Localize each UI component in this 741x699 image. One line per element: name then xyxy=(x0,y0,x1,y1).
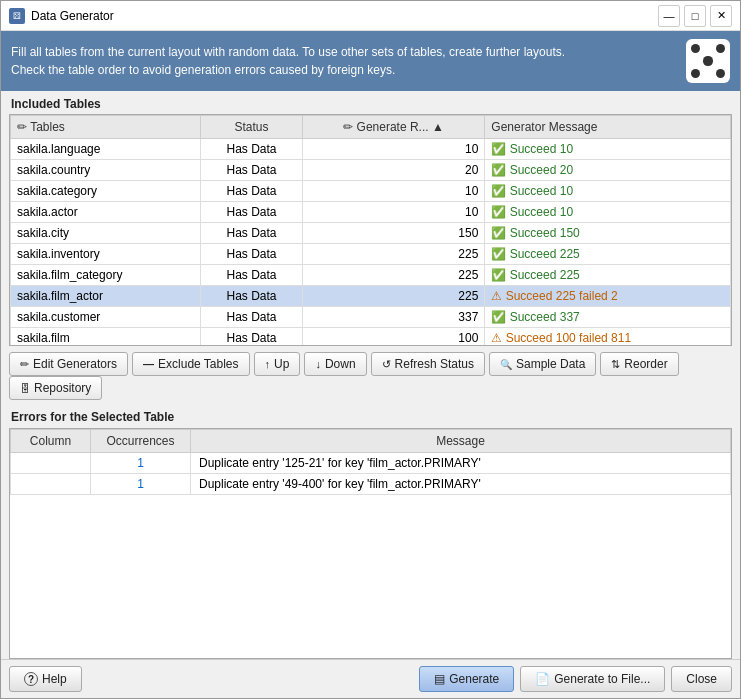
err-occurrences: 1 xyxy=(91,453,191,474)
row-status: Has Data xyxy=(201,181,302,202)
row-message: ⚠ Succeed 225 failed 2 xyxy=(485,286,731,307)
close-button[interactable]: Close xyxy=(671,666,732,692)
row-status: Has Data xyxy=(201,160,302,181)
generate-to-file-button[interactable]: 📄 Generate to File... xyxy=(520,666,665,692)
down-icon xyxy=(315,358,321,370)
info-line1: Fill all tables from the current layout … xyxy=(11,43,686,61)
err-message: Duplicate entry '125-21' for key 'film_a… xyxy=(191,453,731,474)
err-col-occurrences: Occurrences xyxy=(91,430,191,453)
row-name: sakila.inventory xyxy=(11,244,201,265)
table-row[interactable]: sakila.film_category Has Data 225 ✅ Succ… xyxy=(11,265,731,286)
col-tables: ✏ Tables xyxy=(11,116,201,139)
title-bar-text: Data Generator xyxy=(31,9,658,23)
row-rows: 100 xyxy=(302,328,485,346)
minimize-button[interactable]: — xyxy=(658,5,680,27)
exclude-tables-button[interactable]: Exclude Tables xyxy=(132,352,250,376)
table-row[interactable]: sakila.actor Has Data 10 ✅ Succeed 10 xyxy=(11,202,731,223)
table-row[interactable]: sakila.film_actor Has Data 225 ⚠ Succeed… xyxy=(11,286,731,307)
up-icon xyxy=(265,358,271,370)
table-row[interactable]: sakila.language Has Data 10 ✅ Succeed 10 xyxy=(11,139,731,160)
row-message: ✅ Succeed 10 xyxy=(485,139,731,160)
error-row: 1 Duplicate entry '49-400' for key 'film… xyxy=(11,474,731,495)
sample-icon xyxy=(500,358,512,370)
included-tables-label: Included Tables xyxy=(1,91,740,114)
err-occurrences: 1 xyxy=(91,474,191,495)
row-rows: 225 xyxy=(302,286,485,307)
app-icon: ⚄ xyxy=(9,8,25,24)
errors-label: Errors for the Selected Table xyxy=(9,406,732,428)
row-name: sakila.film xyxy=(11,328,201,346)
row-rows: 10 xyxy=(302,181,485,202)
error-row: 1 Duplicate entry '125-21' for key 'film… xyxy=(11,453,731,474)
row-message: ✅ Succeed 10 xyxy=(485,202,731,223)
reorder-button[interactable]: Reorder xyxy=(600,352,678,376)
row-name: sakila.actor xyxy=(11,202,201,223)
row-message: ⚠ Succeed 100 failed 811 xyxy=(485,328,731,346)
err-column xyxy=(11,474,91,495)
help-button[interactable]: ? Help xyxy=(9,666,82,692)
file-icon: 📄 xyxy=(535,672,550,686)
refresh-icon xyxy=(382,358,391,371)
repository-button[interactable]: Repository xyxy=(9,376,102,400)
reorder-icon xyxy=(611,358,620,371)
info-text: Fill all tables from the current layout … xyxy=(11,43,686,79)
row-status: Has Data xyxy=(201,223,302,244)
err-message: Duplicate entry '49-400' for key 'film_a… xyxy=(191,474,731,495)
table-row[interactable]: sakila.inventory Has Data 225 ✅ Succeed … xyxy=(11,244,731,265)
row-rows: 20 xyxy=(302,160,485,181)
row-status: Has Data xyxy=(201,328,302,346)
window: ⚄ Data Generator — □ ✕ Fill all tables f… xyxy=(0,0,741,699)
edit-generators-button[interactable]: Edit Generators xyxy=(9,352,128,376)
row-name: sakila.country xyxy=(11,160,201,181)
dot5 xyxy=(716,69,725,78)
bottom-bar: ? Help ▤ Generate 📄 Generate to File... … xyxy=(1,659,740,698)
row-name: sakila.film_category xyxy=(11,265,201,286)
row-rows: 10 xyxy=(302,139,485,160)
row-name: sakila.language xyxy=(11,139,201,160)
row-name: sakila.city xyxy=(11,223,201,244)
row-message: ✅ Succeed 10 xyxy=(485,181,731,202)
errors-table-wrap[interactable]: Column Occurrences Message 1 Duplicate e… xyxy=(9,428,732,659)
table-row[interactable]: sakila.film Has Data 100 ⚠ Succeed 100 f… xyxy=(11,328,731,346)
errors-table: Column Occurrences Message 1 Duplicate e… xyxy=(10,429,731,495)
row-status: Has Data xyxy=(201,307,302,328)
close-window-button[interactable]: ✕ xyxy=(710,5,732,27)
help-icon: ? xyxy=(24,672,38,686)
table-row[interactable]: sakila.city Has Data 150 ✅ Succeed 150 xyxy=(11,223,731,244)
col-generator-message: Generator Message xyxy=(485,116,731,139)
row-name: sakila.customer xyxy=(11,307,201,328)
refresh-status-button[interactable]: Refresh Status xyxy=(371,352,485,376)
row-rows: 150 xyxy=(302,223,485,244)
row-name: sakila.film_actor xyxy=(11,286,201,307)
row-rows: 225 xyxy=(302,265,485,286)
row-message: ✅ Succeed 20 xyxy=(485,160,731,181)
title-bar-controls: — □ ✕ xyxy=(658,5,732,27)
up-button[interactable]: Up xyxy=(254,352,301,376)
row-message: ✅ Succeed 337 xyxy=(485,307,731,328)
generate-button[interactable]: ▤ Generate xyxy=(419,666,514,692)
row-status: Has Data xyxy=(201,286,302,307)
sample-data-button[interactable]: Sample Data xyxy=(489,352,596,376)
main-table-container: ✏ Tables Status ✏ Generate R... ▲ Genera… xyxy=(9,114,732,346)
row-status: Has Data xyxy=(201,244,302,265)
info-bar: Fill all tables from the current layout … xyxy=(1,31,740,91)
errors-section: Errors for the Selected Table Column Occ… xyxy=(9,406,732,659)
minus-icon xyxy=(143,358,154,370)
main-table: ✏ Tables Status ✏ Generate R... ▲ Genera… xyxy=(10,115,731,345)
down-button[interactable]: Down xyxy=(304,352,366,376)
table-row[interactable]: sakila.category Has Data 10 ✅ Succeed 10 xyxy=(11,181,731,202)
maximize-button[interactable]: □ xyxy=(684,5,706,27)
table-row[interactable]: sakila.country Has Data 20 ✅ Succeed 20 xyxy=(11,160,731,181)
dot4 xyxy=(691,69,700,78)
row-status: Has Data xyxy=(201,265,302,286)
err-col-message: Message xyxy=(191,430,731,453)
toolbar-row2: Repository xyxy=(1,376,740,406)
row-status: Has Data xyxy=(201,139,302,160)
pencil-icon xyxy=(20,358,29,371)
row-name: sakila.category xyxy=(11,181,201,202)
info-line2: Check the table order to avoid generatio… xyxy=(11,61,686,79)
main-table-scroll[interactable]: ✏ Tables Status ✏ Generate R... ▲ Genera… xyxy=(10,115,731,345)
row-message: ✅ Succeed 225 xyxy=(485,244,731,265)
row-status: Has Data xyxy=(201,202,302,223)
table-row[interactable]: sakila.customer Has Data 337 ✅ Succeed 3… xyxy=(11,307,731,328)
